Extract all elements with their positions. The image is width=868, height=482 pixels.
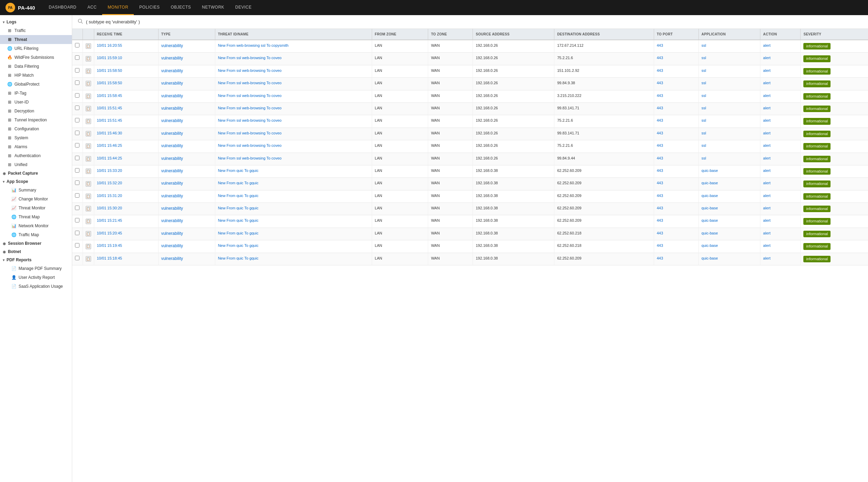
nav-dashboard[interactable]: DASHBOARD	[43, 0, 82, 15]
sidebar-item-unified[interactable]: ⊞ Unified	[0, 160, 72, 169]
sidebar-section-packet-capture[interactable]: ◉ Packet Capture	[0, 169, 72, 177]
sidebar-item-alarms[interactable]: ⊞ Alarms	[0, 142, 72, 151]
row-checkbox[interactable]	[75, 156, 79, 160]
row-checkbox[interactable]	[75, 43, 79, 47]
row-expand-icon[interactable]: 📋	[86, 244, 91, 249]
cell-to-zone: WAN	[428, 78, 473, 90]
cell-type: vulnerability	[158, 190, 215, 202]
sidebar-item-hip-match[interactable]: ⊞ HIP Match	[0, 71, 72, 80]
row-expand-icon[interactable]: 📋	[86, 168, 91, 174]
cell-application: quic-base	[698, 165, 760, 177]
row-checkbox[interactable]	[75, 206, 79, 210]
table-container: RECEIVE TIME TYPE THREAT ID/NAME FROM ZO…	[72, 29, 868, 482]
row-expand-icon[interactable]: 📋	[86, 156, 91, 162]
cell-application: quic-base	[698, 228, 760, 240]
row-checkbox[interactable]	[75, 55, 79, 60]
cell-type: vulnerability	[158, 165, 215, 177]
nav-network[interactable]: NETWORK	[196, 0, 230, 15]
cell-severity: informational	[801, 253, 868, 265]
row-checkbox[interactable]	[75, 193, 79, 198]
cell-source-addr: 192.168.0.26	[473, 102, 554, 115]
row-expand-icon[interactable]: 📋	[86, 68, 91, 74]
sidebar-item-traffic-map[interactable]: 🌐 Traffic Map	[0, 230, 72, 239]
row-checkbox[interactable]	[75, 143, 79, 147]
sidebar-item-user-id[interactable]: ⊞ User-ID	[0, 98, 72, 107]
row-expand-icon[interactable]: 📋	[86, 94, 91, 99]
row-expand-icon[interactable]: 📋	[86, 143, 91, 149]
row-checkbox[interactable]	[75, 93, 79, 98]
sidebar-section-logs[interactable]: ▾ Logs	[0, 18, 72, 26]
col-to-port: TO PORT	[654, 29, 698, 40]
cell-to-port: 443	[654, 253, 698, 265]
cell-action: alert	[760, 115, 801, 128]
sidebar-item-change-monitor[interactable]: 📈 Change Monitor	[0, 195, 72, 204]
sidebar-item-traffic[interactable]: ⊞ Traffic	[0, 26, 72, 35]
sidebar-item-network-monitor[interactable]: 📊 Network Monitor	[0, 221, 72, 230]
row-expand-icon[interactable]: 📋	[86, 181, 91, 187]
row-expand-icon[interactable]: 📋	[86, 119, 91, 124]
sidebar-item-saas-usage[interactable]: 📄 SaaS Application Usage	[0, 282, 72, 291]
row-expand-cell: 📋	[83, 190, 94, 202]
sidebar-item-url-filtering[interactable]: 🌐 URL Filtering	[0, 44, 72, 53]
row-expand-icon[interactable]: 📋	[86, 219, 91, 224]
sidebar-item-configuration[interactable]: ⊞ Configuration	[0, 124, 72, 133]
sidebar-item-tunnel-inspection[interactable]: ⊞ Tunnel Inspection	[0, 116, 72, 124]
row-expand-icon[interactable]: 📋	[86, 206, 91, 211]
sidebar-label-threat-map: Threat Map	[19, 215, 40, 219]
row-checkbox[interactable]	[75, 168, 79, 173]
sidebar-item-data-filtering[interactable]: ⊞ Data Filtering	[0, 62, 72, 71]
row-expand-icon[interactable]: 📋	[86, 106, 91, 111]
brand[interactable]: PA PA-440	[6, 3, 35, 12]
search-input[interactable]	[86, 19, 862, 24]
row-checkbox[interactable]	[75, 218, 79, 222]
sidebar-section-app-scope[interactable]: ▾ App Scope	[0, 177, 72, 186]
sidebar-section-pdf-reports[interactable]: ▾ PDF Reports	[0, 256, 72, 264]
cell-action: alert	[760, 78, 801, 90]
nav-policies[interactable]: POLICIES	[134, 0, 165, 15]
row-checkbox[interactable]	[75, 180, 79, 185]
nav-acc[interactable]: ACC	[82, 0, 102, 15]
cell-to-zone: WAN	[428, 240, 473, 253]
row-checkbox[interactable]	[75, 231, 79, 235]
sidebar-item-manage-pdf[interactable]: 📄 Manage PDF Summary	[0, 264, 72, 273]
nav-objects[interactable]: OBJECTS	[165, 0, 196, 15]
row-checkbox[interactable]	[75, 118, 79, 122]
sidebar-item-threat[interactable]: ⊞ Threat	[0, 35, 72, 44]
row-expand-icon[interactable]: 📋	[86, 81, 91, 86]
cell-type: vulnerability	[158, 78, 215, 90]
sidebar-item-system[interactable]: ⊞ System	[0, 133, 72, 142]
row-checkbox[interactable]	[75, 80, 79, 85]
nav-device[interactable]: DEVICE	[230, 0, 257, 15]
cell-type: vulnerability	[158, 178, 215, 190]
sidebar-item-wildfire[interactable]: 🔥 WildFire Submissions	[0, 53, 72, 62]
cell-from-zone: LAN	[372, 153, 428, 165]
row-checkbox[interactable]	[75, 243, 79, 248]
sidebar-item-summary[interactable]: 📊 Summary	[0, 186, 72, 195]
sidebar-item-botnet[interactable]: ◉ Botnet	[0, 248, 72, 256]
sidebar-item-user-activity[interactable]: 👤 User Activity Report	[0, 273, 72, 282]
row-expand-icon[interactable]: 📋	[86, 131, 91, 136]
sidebar-item-globalprotect[interactable]: 🌐 GlobalProtect	[0, 80, 72, 89]
sidebar-item-threat-monitor[interactable]: 📈 Threat Monitor	[0, 204, 72, 212]
row-expand-icon[interactable]: 📋	[86, 231, 91, 237]
sidebar-item-session-browser[interactable]: ◉ Session Browser	[0, 239, 72, 248]
nav-monitor[interactable]: MONITOR	[102, 0, 134, 15]
sidebar-item-decryption[interactable]: ⊞ Decryption	[0, 107, 72, 116]
cell-action: alert	[760, 128, 801, 140]
row-expand-icon[interactable]: 📋	[86, 256, 91, 262]
row-checkbox-cell	[72, 178, 83, 190]
row-expand-icon[interactable]: 📋	[86, 56, 91, 62]
cell-type: vulnerability	[158, 140, 215, 153]
row-expand-icon[interactable]: 📋	[86, 43, 91, 49]
row-checkbox[interactable]	[75, 68, 79, 73]
sidebar-item-ip-tag[interactable]: ⊞ IP-Tag	[0, 89, 72, 98]
row-checkbox[interactable]	[75, 256, 79, 260]
row-checkbox[interactable]	[75, 106, 79, 110]
sidebar-item-authentication[interactable]: ⊞ Authentication	[0, 151, 72, 160]
logs-arrow-icon: ▾	[3, 20, 4, 24]
sidebar-item-threat-map[interactable]: 🌐 Threat Map	[0, 212, 72, 221]
threat-log-table: RECEIVE TIME TYPE THREAT ID/NAME FROM ZO…	[72, 29, 868, 265]
row-expand-icon[interactable]: 📋	[86, 194, 91, 199]
cell-source-addr: 192.168.0.38	[473, 190, 554, 202]
row-checkbox[interactable]	[75, 131, 79, 135]
